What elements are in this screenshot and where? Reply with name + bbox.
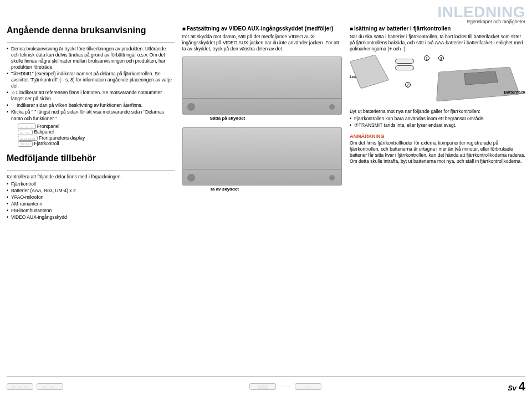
footer-pill-icon[interactable]: ▭ · ▭ · ▭	[7, 383, 33, 390]
step-1: 1	[424, 55, 429, 61]
remote-tag-icon: ·▭·▭·	[18, 141, 33, 147]
aux-title-text: Fastsättning av VIDEO AUX-ingångsskyddet…	[187, 25, 334, 32]
display-label: Frontpanelens display	[39, 135, 85, 141]
accessory-item: FM-inomhusantenn	[7, 208, 175, 214]
about-bullet: "③HDMI1" (exempel) indikerar namnet på d…	[7, 71, 175, 89]
label-compartment: Batterifack	[504, 90, 525, 95]
aux-title: ■Fastsättning av VIDEO AUX-ingångsskydde…	[182, 25, 342, 32]
header-title: INLEDNING	[7, 4, 525, 20]
battery-diagram: Lock till batterifack 1 3 2 Batterifack	[350, 55, 525, 105]
step-2: 2	[405, 82, 411, 88]
footer-pill-icon[interactable]: ░░░░	[249, 383, 276, 390]
note-body: Om det finns fjärrkontrollkoder för exte…	[350, 140, 525, 164]
replace-item: Fjärrkontrollen kan bara användas inom e…	[350, 116, 525, 122]
about-bullet: Klicka på " " längst ned på sidan för at…	[7, 109, 175, 121]
footer-pill-icon[interactable]: ▭ · · ▭ ·	[37, 383, 63, 390]
accessory-item: VIDEO AUX-ingångsskydd	[7, 214, 175, 220]
frontpanel-label: Frontpanel	[37, 124, 60, 129]
caption-remove: Ta av skyddet	[210, 187, 342, 192]
column-aux-cover: ■Fastsättning av VIDEO AUX-ingångsskydde…	[182, 25, 342, 376]
note-title: ANMÄRKNING	[350, 133, 525, 139]
column-about-manual: Angående denna bruksanvisning Denna bruk…	[7, 25, 175, 376]
device-illustration-attach	[182, 56, 342, 115]
footer-dots-icon: · · · ·	[280, 383, 290, 390]
accessory-item: AM-ramantenn	[7, 201, 175, 207]
manual-page: INLEDNING Egenskaper och möjligheter Ang…	[0, 0, 532, 396]
footer-nav-pills: ▭ · ▭ · ▭ ▭ · · ▭ ·	[7, 383, 63, 390]
accessories-intro: Kontrollera att följande delar finns med…	[7, 174, 175, 180]
battery-title: ■Isättning av batterier i fjärrkontrolle…	[350, 25, 525, 32]
replace-item: ②TRANSMIT tänds inte, eller lyser endast…	[350, 122, 525, 128]
battery-body: När du ska sätta i batterier i fjärrkont…	[350, 34, 525, 52]
remote-body-illustration	[436, 67, 520, 102]
accessory-item: Batterier (AAA, R03, UM-4) x 2	[7, 188, 175, 194]
replace-intro: Byt ut batterierna mot nya när följande …	[350, 109, 525, 115]
accessories-title: Medföljande tillbehör	[7, 153, 175, 163]
lang-code: Sv	[508, 384, 516, 392]
accessory-item: Fjärrkontroll	[7, 181, 175, 187]
accessories-list: Fjärrkontroll Batterier (AAA, R03, UM-4)…	[7, 181, 175, 221]
page-footer: ▭ · ▭ · ▭ ▭ · · ▭ · ░░░░ · · · · · ▭ · S…	[7, 376, 525, 394]
footer-pill-icon[interactable]: · ▭ ·	[295, 383, 321, 390]
lid-illustration	[350, 55, 390, 89]
column-batteries: ■Isättning av batterier i fjärrkontrolle…	[350, 25, 525, 376]
footer-mid-icons: ░░░░ · · · · · ▭ ·	[249, 383, 321, 390]
about-bullet: ☆1 indikerar att referensen finns i fotn…	[7, 90, 175, 102]
content-columns: Angående denna bruksanvisning Denna bruk…	[7, 25, 525, 376]
page-num: 4	[519, 379, 525, 393]
replace-list: Fjärrkontrollen kan bara användas inom e…	[350, 116, 525, 129]
about-title: Angående denna bruksanvisning	[7, 25, 175, 35]
display-tag-icon: ▭▭▭▭	[18, 136, 38, 141]
device-illustration-remove	[182, 127, 342, 186]
panel-tags: ▭·▭·▭Frontpanel ▭··▭·Bakpanel ▭▭▭▭Frontp…	[18, 124, 175, 147]
page-header: INLEDNING Egenskaper och möjligheter	[7, 4, 525, 24]
remote-label: Fjärrkontroll	[34, 141, 59, 146]
page-number: Sv 4	[508, 379, 525, 394]
frontpanel-tag-icon: ▭·▭·▭	[18, 124, 36, 129]
divider	[7, 42, 175, 43]
about-bullet: Denna bruksanvisning är tryckt före till…	[7, 46, 175, 70]
backpanel-label: Bakpanel	[34, 129, 53, 135]
caption-attach: Sätta på skyddet	[210, 116, 342, 121]
battery-title-text: Isättning av batterier i fjärrkontrollen	[354, 25, 451, 32]
battery-cell-icon	[395, 59, 414, 64]
step-3: 3	[438, 55, 444, 61]
divider	[7, 170, 175, 171]
accessory-item: YPAO-mikrofon	[7, 194, 175, 200]
about-bullet: ☞ indikerar sidan på vilken beskrivning …	[7, 102, 175, 109]
about-bullets: Denna bruksanvisning är tryckt före till…	[7, 46, 175, 122]
aux-body: För att skydda mot damm, sätt på det med…	[182, 34, 342, 52]
backpanel-tag-icon: ▭··▭·	[18, 130, 33, 135]
battery-cell-icon	[395, 65, 414, 70]
